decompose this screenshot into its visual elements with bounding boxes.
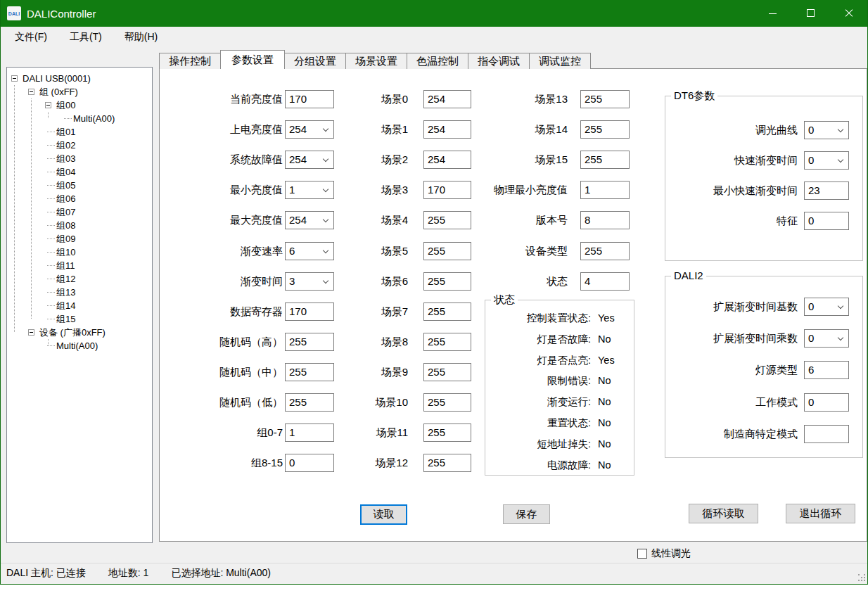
tree-item[interactable]: 组07 xyxy=(7,205,152,219)
field-input[interactable]: 254 xyxy=(285,211,334,229)
save-button[interactable]: 保存 xyxy=(503,504,550,524)
field-input[interactable]: 0 xyxy=(804,329,849,348)
tab[interactable]: 操作控制 xyxy=(159,53,221,69)
field-input[interactable]: 6 xyxy=(804,361,849,379)
tree-item[interactable]: 组12 xyxy=(7,272,152,286)
field-input[interactable]: 255 xyxy=(423,454,471,472)
field-input[interactable]: 170 xyxy=(285,90,334,108)
field-label: 渐变速率 xyxy=(202,242,283,260)
close-button[interactable] xyxy=(829,0,867,27)
field-input[interactable]: 255 xyxy=(580,90,630,108)
tree-item[interactable]: Multi(A00) xyxy=(7,112,152,125)
tree-item[interactable]: 组14 xyxy=(7,299,152,312)
field-input[interactable]: 3 xyxy=(285,272,334,291)
loop-read-button[interactable]: 循环读取 xyxy=(689,504,758,523)
field-input[interactable]: 0 xyxy=(804,298,849,316)
minimize-button[interactable] xyxy=(753,0,791,27)
field-input[interactable]: 255 xyxy=(285,393,334,412)
field-value: 255 xyxy=(424,303,471,320)
field-input[interactable]: 0 xyxy=(804,393,849,412)
field-input[interactable]: 255 xyxy=(423,424,471,442)
field-value: 0 xyxy=(286,454,333,471)
field-input[interactable]: 255 xyxy=(285,333,334,351)
status-value: No xyxy=(598,416,611,430)
menu-item[interactable]: 帮助(H) xyxy=(116,27,166,47)
tree-item[interactable]: 组03 xyxy=(7,152,152,165)
read-button[interactable]: 读取 xyxy=(360,504,407,525)
param-row: 渐变时间 3 xyxy=(202,272,343,291)
tree-item[interactable]: 组00 xyxy=(7,98,152,112)
field-input[interactable]: 254 xyxy=(423,90,471,108)
tree-item[interactable]: 组10 xyxy=(7,246,152,259)
field-input[interactable]: 255 xyxy=(423,272,471,291)
field-input[interactable]: 255 xyxy=(423,211,471,229)
tree-item[interactable]: 组01 xyxy=(7,125,152,139)
tab[interactable]: 场景设置 xyxy=(345,53,407,69)
tab[interactable]: 分组设置 xyxy=(284,53,346,69)
field-input[interactable]: 255 xyxy=(580,120,630,139)
tab[interactable]: 色温控制 xyxy=(407,53,468,69)
field-input[interactable]: 254 xyxy=(285,120,334,139)
status-row: 短地址掉失: No xyxy=(485,437,634,451)
tree-item[interactable]: 组13 xyxy=(7,286,152,299)
param-row: 渐变速率 6 xyxy=(202,242,343,260)
field-input[interactable]: 254 xyxy=(285,151,334,169)
field-input[interactable]: 255 xyxy=(423,333,471,351)
field-input[interactable]: 4 xyxy=(580,272,630,291)
tree-item[interactable]: 组05 xyxy=(7,179,152,192)
tree-expander-icon[interactable] xyxy=(11,75,18,82)
tree-expander-icon[interactable] xyxy=(28,329,34,336)
param-row: 组0-7 1 xyxy=(202,424,343,442)
field-input[interactable]: 255 xyxy=(580,151,630,169)
tree-item[interactable]: 组15 xyxy=(7,312,152,326)
param-row: 最大亮度值 254 xyxy=(202,211,343,229)
field-input[interactable]: 255 xyxy=(423,393,471,412)
field-input[interactable]: 170 xyxy=(285,302,334,321)
field-input[interactable]: 254 xyxy=(423,151,471,169)
tree-item[interactable]: 设备 (广播0xFF) xyxy=(7,326,152,339)
tree-item[interactable]: 组02 xyxy=(7,139,152,152)
status-label: 电源故障: xyxy=(485,458,591,472)
linear-dimming-checkbox[interactable] xyxy=(637,549,647,559)
field-input[interactable]: 23 xyxy=(804,182,849,200)
maximize-button[interactable] xyxy=(791,0,829,27)
tree-item[interactable]: 组09 xyxy=(7,232,152,246)
field-input[interactable]: 1 xyxy=(285,424,334,442)
tree-expander-icon[interactable] xyxy=(28,89,34,95)
tree-item[interactable]: 组04 xyxy=(7,165,152,179)
field-input[interactable]: 255 xyxy=(423,363,471,381)
tab[interactable]: 调试监控 xyxy=(529,53,591,69)
field-input[interactable]: 255 xyxy=(423,242,471,260)
field-input[interactable]: 170 xyxy=(423,181,471,199)
tab[interactable]: 参数设置 xyxy=(220,50,285,69)
tree-item[interactable]: Multi(A00) xyxy=(7,339,152,352)
field-input[interactable]: 255 xyxy=(580,242,630,260)
tree-item[interactable]: DALI USB(0001) xyxy=(7,72,152,85)
field-input[interactable]: 8 xyxy=(580,211,630,229)
tree-item[interactable]: 组 (0xFF) xyxy=(7,85,152,98)
tree-item-label: DALI USB(0001) xyxy=(23,72,91,85)
field-value: 254 xyxy=(424,91,471,108)
resize-grip[interactable] xyxy=(858,574,860,575)
tree-expander-icon[interactable] xyxy=(45,102,51,108)
scene-row: 场景11 255 xyxy=(353,424,480,442)
field-input[interactable]: 1 xyxy=(580,181,630,199)
field-input[interactable]: 1 xyxy=(285,181,334,199)
field-input[interactable]: 0 xyxy=(804,212,849,230)
field-input[interactable]: 6 xyxy=(285,242,334,260)
exit-loop-button[interactable]: 退出循环 xyxy=(786,504,855,523)
tree-item[interactable]: 组06 xyxy=(7,192,152,205)
field-input[interactable]: 255 xyxy=(423,302,471,321)
field-input[interactable]: 0 xyxy=(285,454,334,472)
menu-item[interactable]: 工具(T) xyxy=(61,27,110,47)
tab[interactable]: 指令调试 xyxy=(468,53,530,69)
tree-item[interactable]: 组11 xyxy=(7,259,152,272)
field-input[interactable]: 0 xyxy=(804,121,849,139)
field-input[interactable] xyxy=(804,425,849,443)
tree-item[interactable]: 组08 xyxy=(7,219,152,232)
menu-item[interactable]: 文件(F) xyxy=(6,27,56,47)
field-input[interactable]: 0 xyxy=(804,151,849,170)
field-input[interactable]: 254 xyxy=(423,120,471,139)
field-input[interactable]: 255 xyxy=(285,363,334,381)
status-value: No xyxy=(598,437,611,451)
